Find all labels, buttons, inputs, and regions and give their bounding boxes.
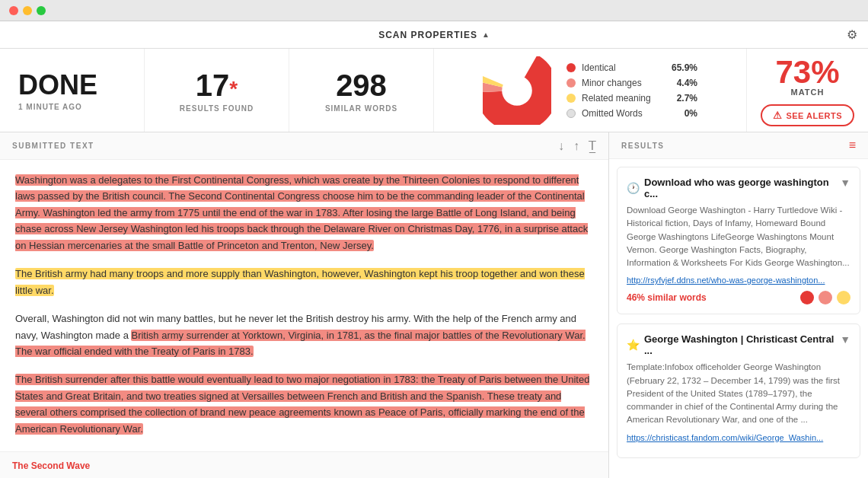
result-title-2: George Washington | Christicast Central … xyxy=(644,333,840,356)
highlight-washington: Washington was a delegates to the First … xyxy=(15,174,588,251)
alert-icon: ⚠ xyxy=(773,110,783,121)
similar-pct-1: 46% similar words xyxy=(627,292,707,303)
result-card-2-header: ⭐ George Washington | Christicast Centra… xyxy=(627,333,850,356)
result-dropdown-2[interactable]: ▼ xyxy=(840,333,850,346)
similar-words-number: 298 xyxy=(336,69,387,103)
result-link-2[interactable]: https://christicast.fandom.com/wiki/Geor… xyxy=(627,433,850,442)
result-card-2: ⭐ George Washington | Christicast Centra… xyxy=(617,323,860,457)
maximize-button[interactable] xyxy=(37,6,46,15)
omitted-words-pct: 0% xyxy=(685,108,697,119)
highlight-british-surrender: British army surrender at Yorktown, Virg… xyxy=(15,330,586,357)
sort-up-icon[interactable]: ↑ xyxy=(573,139,579,153)
similar-words-label: SIMILAR WORDS xyxy=(325,104,397,113)
legend-item-minor: Minor changes 4.4% xyxy=(566,78,697,88)
header-icons: ↓ ↑ T̲ xyxy=(558,139,596,153)
legend-item-omitted: Omitted Words 0% xyxy=(566,108,697,119)
result-card-1: 🕐 Download who was george washington c..… xyxy=(617,167,860,314)
clock-icon: 🕐 xyxy=(627,182,640,194)
minor-changes-label: Minor changes xyxy=(582,78,671,88)
right-panel: RESULTS ≡ 🕐 Download who was george wash… xyxy=(609,132,868,478)
identical-dot xyxy=(566,63,576,72)
text-format-icon[interactable]: T̲ xyxy=(589,139,596,153)
gear-button[interactable]: ⚙ xyxy=(847,27,857,42)
submitted-text-title: SUBMITTED TEXT xyxy=(12,142,94,150)
main-content: SUBMITTED TEXT ↓ ↑ T̲ Washington was a d… xyxy=(0,132,868,478)
identical-pct: 65.9% xyxy=(672,62,697,73)
svg-point-3 xyxy=(502,75,532,106)
dot-red-1 xyxy=(800,291,814,304)
scan-chevron-icon: ▲ xyxy=(482,30,490,39)
close-button[interactable] xyxy=(9,6,18,15)
identical-label: Identical xyxy=(582,62,665,73)
left-panel-header: SUBMITTED TEXT ↓ ↑ T̲ xyxy=(0,132,608,160)
sort-down-icon[interactable]: ↓ xyxy=(558,139,564,153)
results-label: RESULTS FOUND xyxy=(180,104,254,113)
paragraph-4: The British surrender after this battle … xyxy=(15,371,593,437)
result-dropdown-1[interactable]: ▼ xyxy=(840,177,850,189)
result-dots-1 xyxy=(800,291,850,304)
result-title-row-2: ⭐ George Washington | Christicast Centra… xyxy=(627,333,840,356)
related-meaning-dot xyxy=(566,94,576,103)
legend-item-identical: Identical 65.9% xyxy=(566,62,697,73)
minor-changes-pct: 4.4% xyxy=(677,78,697,88)
result-title-1: Download who was george washington c... xyxy=(644,177,840,199)
related-meaning-label: Related meaning xyxy=(582,93,671,104)
related-meaning-pct: 2.7% xyxy=(677,93,697,104)
result-desc-2: Template:Infobox officeholder George Was… xyxy=(627,361,850,426)
highlight-treaty: The British surrender after this battle … xyxy=(15,374,589,434)
status-block: DONE 1 MINUTE AGO xyxy=(0,49,145,132)
match-percentage: 73% xyxy=(775,54,839,91)
dot-salmon-1 xyxy=(819,291,832,304)
pie-chart xyxy=(483,56,551,125)
star-icon: ⭐ xyxy=(627,339,640,351)
match-block: 73% MATCH ⚠ SEE ALERTS xyxy=(746,49,868,132)
stats-bar: DONE 1 MINUTE AGO 17* RESULTS FOUND 298 … xyxy=(0,49,868,132)
result-link-1[interactable]: http://rsyfvjef.ddns.net/who-was-george-… xyxy=(627,276,850,285)
scan-title: SCAN PROPERTIES xyxy=(378,30,477,40)
time-ago-label: 1 MINUTE AGO xyxy=(18,103,82,111)
result-title-row-1: 🕐 Download who was george washington c..… xyxy=(627,177,840,199)
result-card-1-header: 🕐 Download who was george washington c..… xyxy=(627,177,850,199)
see-alerts-button[interactable]: ⚠ SEE ALERTS xyxy=(761,104,854,126)
titlebar xyxy=(0,0,868,21)
results-list: 🕐 Download who was george washington c..… xyxy=(609,159,868,478)
results-found-block: 17* RESULTS FOUND xyxy=(145,49,289,132)
results-title: RESULTS xyxy=(621,142,664,150)
paragraph-2: The British army had many troops and mor… xyxy=(15,266,593,298)
match-label: MATCH xyxy=(791,88,825,97)
highlight-british: The British army had many troops and mor… xyxy=(15,268,585,295)
legend-list: Identical 65.9% Minor changes 4.4% Relat… xyxy=(566,62,697,119)
paragraph-1: Washington was a delegates to the First … xyxy=(15,172,593,253)
legend-item-related: Related meaning 2.7% xyxy=(566,93,697,104)
omitted-words-dot xyxy=(566,109,576,118)
result-footer-1: 46% similar words xyxy=(627,291,850,304)
filter-icon[interactable]: ≡ xyxy=(849,139,856,152)
paragraph-3: Overall, Washington did not win many bat… xyxy=(15,311,593,359)
similar-words-block: 298 SIMILAR WORDS xyxy=(289,49,434,132)
result-desc-1: Download George Washington - Harry Turtl… xyxy=(627,204,850,269)
chart-area: Identical 65.9% Minor changes 4.4% Relat… xyxy=(434,49,746,132)
traffic-lights xyxy=(9,6,46,15)
scan-properties-bar: SCAN PROPERTIES ▲ ⚙ xyxy=(0,21,868,49)
minor-changes-dot xyxy=(566,78,576,88)
omitted-words-label: Omitted Words xyxy=(582,108,678,119)
dot-yellow-1 xyxy=(837,291,850,304)
left-panel: SUBMITTED TEXT ↓ ↑ T̲ Washington was a d… xyxy=(0,132,609,478)
text-footer: The Second Wave xyxy=(0,451,608,478)
footer-text: The Second Wave xyxy=(12,460,90,471)
right-panel-header: RESULTS ≡ xyxy=(609,132,868,159)
text-content-area: Washington was a delegates to the First … xyxy=(0,160,608,451)
results-number: 17* xyxy=(196,69,238,103)
status-label: DONE xyxy=(18,69,97,101)
minimize-button[interactable] xyxy=(23,6,32,15)
